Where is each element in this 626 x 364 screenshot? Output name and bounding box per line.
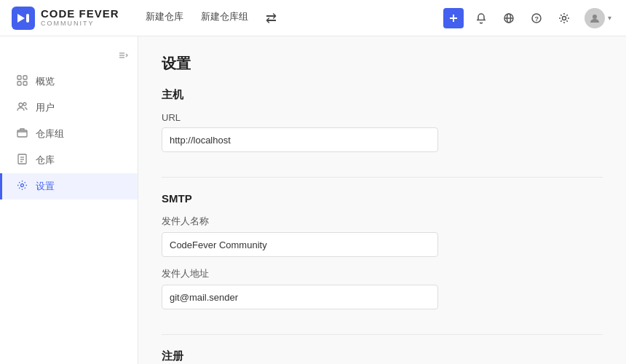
repo-groups-icon [15,127,28,141]
sidebar-label-repo-groups: 仓库组 [36,127,64,141]
nav-compare[interactable]: ⇄ [263,7,280,29]
sidebar-item-users[interactable]: 用户 [0,95,138,121]
nav-new-repo[interactable]: 新建仓库 [143,7,186,29]
topbar: CODE FEVER COMMUNITY 新建仓库 新建仓库组 ⇄ ? ▾ [0,0,626,36]
sidebar-item-settings[interactable]: 设置 [0,173,138,199]
svg-point-11 [593,15,597,19]
sender-name-input[interactable] [162,232,438,257]
svg-rect-17 [17,82,21,85]
overview-icon [15,75,28,88]
app-subtitle: COMMUNITY [41,20,119,28]
bell-button[interactable] [471,8,491,28]
sidebar-item-repos[interactable]: 仓库 [0,147,138,173]
svg-rect-16 [23,76,27,79]
topbar-icons: ? ▾ [443,7,614,30]
svg-rect-15 [17,76,21,79]
divider-smtp [162,177,603,178]
sidebar-label-overview: 概览 [36,75,55,88]
svg-rect-2 [26,14,29,23]
logo-text-area: CODE FEVER COMMUNITY [41,8,119,27]
logo-area: CODE FEVER COMMUNITY [12,7,128,30]
sidebar-item-overview[interactable]: 概览 [0,68,138,95]
help-button[interactable]: ? [526,8,547,28]
sidebar: 概览 用户 仓库组 仓库 设置 [0,36,138,364]
topbar-nav: 新建仓库 新建仓库组 ⇄ [143,7,429,29]
users-icon [15,101,28,114]
sidebar-item-repo-groups[interactable]: 仓库组 [0,121,138,147]
main-layout: 概览 用户 仓库组 仓库 设置 设置 [0,36,626,364]
plus-button[interactable] [443,8,464,28]
bell-icon [475,12,487,24]
repos-icon [15,154,28,167]
sidebar-label-users: 用户 [36,101,55,114]
svg-text:?: ? [535,15,539,23]
sidebar-label-repos: 仓库 [36,154,55,167]
plus-icon [448,13,459,23]
url-input[interactable] [162,127,438,152]
svg-rect-18 [23,82,27,85]
collapse-icon [117,50,129,61]
sender-addr-input[interactable] [162,285,438,309]
content-area: 设置 主机 URL SMTP 发件人名称 发件人地址 注册 开放注册 保存 [138,36,626,364]
settings-sidebar-icon [15,180,28,193]
nav-new-repo-group[interactable]: 新建仓库组 [198,7,251,29]
app-title: CODE FEVER [41,8,119,20]
avatar-button[interactable]: ▾ [582,7,614,30]
host-section-title: 主机 [162,88,603,102]
divider-register [162,334,603,335]
settings-topbar-icon [558,12,570,24]
avatar [585,8,605,28]
svg-point-19 [19,103,23,107]
collapse-sidebar-button[interactable] [0,45,138,66]
svg-point-26 [20,184,23,187]
logo-icon [12,7,35,30]
url-label: URL [162,112,603,123]
page-title: 设置 [162,54,603,74]
register-section-title: 注册 [162,349,603,363]
globe-icon [503,12,515,24]
svg-point-10 [563,16,566,20]
sidebar-label-settings: 设置 [36,180,55,193]
user-avatar-icon [589,12,601,24]
svg-point-20 [23,103,26,106]
settings-icon-btn[interactable] [554,8,574,28]
globe-button[interactable] [499,8,519,28]
sender-addr-label: 发件人地址 [162,267,603,280]
sender-name-label: 发件人名称 [162,215,603,228]
avatar-chevron: ▾ [608,14,611,22]
help-icon: ? [531,12,542,24]
smtp-section-title: SMTP [162,192,603,205]
